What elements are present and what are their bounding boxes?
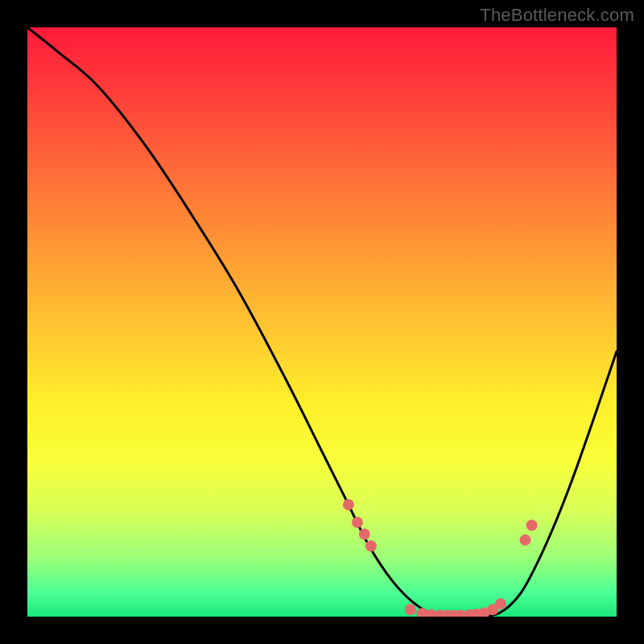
marker-dot bbox=[495, 598, 506, 609]
highlight-markers bbox=[343, 499, 538, 617]
plot-area bbox=[27, 27, 617, 617]
chart-frame: TheBottleneck.com bbox=[0, 0, 644, 644]
marker-dot bbox=[365, 540, 377, 551]
marker-dot bbox=[405, 604, 416, 615]
marker-dot bbox=[359, 529, 370, 540]
marker-dot bbox=[526, 520, 538, 531]
marker-dot bbox=[520, 535, 531, 546]
watermark-text: TheBottleneck.com bbox=[480, 5, 634, 26]
marker-dot bbox=[343, 499, 354, 510]
curve-svg bbox=[27, 27, 617, 617]
marker-dot bbox=[352, 517, 363, 528]
